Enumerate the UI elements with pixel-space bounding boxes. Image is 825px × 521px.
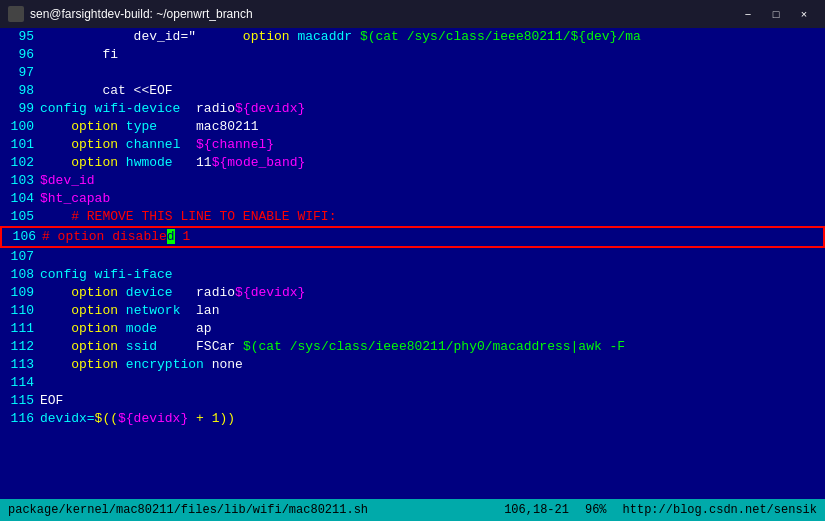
line-num-111: 111 (0, 320, 40, 338)
line-code-114 (40, 374, 825, 392)
minimize-button[interactable]: − (735, 4, 761, 24)
line-code-101: option channel ${channel} (40, 136, 825, 154)
line-code-110: option network lan (40, 302, 825, 320)
line-num-100: 100 (0, 118, 40, 136)
line-code-109: option device radio${devidx} (40, 284, 825, 302)
line-99: 99 config wifi-device radio${devidx} (0, 100, 825, 118)
line-code-102: option hwmode 11${mode_band} (40, 154, 825, 172)
code-content: 95 dev_id=" option macaddr $(cat /sys/cl… (0, 28, 825, 499)
line-num-102: 102 (0, 154, 40, 172)
line-code-116: devidx=$((${devidx} + 1)) (40, 410, 825, 428)
line-113: 113 option encryption none (0, 356, 825, 374)
line-code-112: option ssid FSCar $(cat /sys/class/ieee8… (40, 338, 825, 356)
line-104: 104 $ht_capab (0, 190, 825, 208)
line-code-113: option encryption none (40, 356, 825, 374)
line-num-97: 97 (0, 64, 40, 82)
line-code-95: dev_id=" option macaddr $(cat /sys/class… (40, 28, 825, 46)
line-num-113: 113 (0, 356, 40, 374)
line-num-99: 99 (0, 100, 40, 118)
titlebar: sen@farsightdev-build: ~/openwrt_branch … (0, 0, 825, 28)
line-num-95: 95 (0, 28, 40, 46)
line-code-96: fi (40, 46, 825, 64)
line-code-98: cat <<EOF (40, 82, 825, 100)
line-num-106: 106 (2, 228, 42, 246)
cursor: d (167, 229, 175, 244)
line-111: 111 option mode ap (0, 320, 825, 338)
line-107: 107 (0, 248, 825, 266)
line-101: 101 option channel ${channel} (0, 136, 825, 154)
line-112: 112 option ssid FSCar $(cat /sys/class/i… (0, 338, 825, 356)
line-num-112: 112 (0, 338, 40, 356)
window-title: sen@farsightdev-build: ~/openwrt_branch (30, 7, 735, 21)
line-code-106: # option disabled 1 (42, 228, 823, 246)
line-code-108: config wifi-iface (40, 266, 825, 284)
line-106: 106 # option disabled 1 (0, 226, 825, 248)
line-num-96: 96 (0, 46, 40, 64)
line-code-107 (40, 248, 825, 266)
terminal-icon (8, 6, 24, 22)
line-num-110: 110 (0, 302, 40, 320)
line-109: 109 option device radio${devidx} (0, 284, 825, 302)
line-code-103: $dev_id (40, 172, 825, 190)
line-code-99: config wifi-device radio${devidx} (40, 100, 825, 118)
line-115: 115 EOF (0, 392, 825, 410)
maximize-button[interactable]: □ (763, 4, 789, 24)
line-108: 108 config wifi-iface (0, 266, 825, 284)
line-num-107: 107 (0, 248, 40, 266)
line-code-97 (40, 64, 825, 82)
line-95: 95 dev_id=" option macaddr $(cat /sys/cl… (0, 28, 825, 46)
line-code-115: EOF (40, 392, 825, 410)
line-num-105: 105 (0, 208, 40, 226)
line-num-103: 103 (0, 172, 40, 190)
line-num-116: 116 (0, 410, 40, 428)
line-103: 103 $dev_id (0, 172, 825, 190)
line-code-105: # REMOVE THIS LINE TO ENABLE WIFI: (40, 208, 825, 226)
window-controls[interactable]: − □ × (735, 4, 817, 24)
line-num-114: 114 (0, 374, 40, 392)
status-filepath: package/kernel/mac80211/files/lib/wifi/m… (8, 503, 504, 517)
status-position: 106,18-21 (504, 503, 569, 517)
line-110: 110 option network lan (0, 302, 825, 320)
status-percent: 96% (585, 503, 607, 517)
editor-area: 95 dev_id=" option macaddr $(cat /sys/cl… (0, 28, 825, 521)
line-num-101: 101 (0, 136, 40, 154)
line-105: 105 # REMOVE THIS LINE TO ENABLE WIFI: (0, 208, 825, 226)
line-num-115: 115 (0, 392, 40, 410)
line-num-98: 98 (0, 82, 40, 100)
line-100: 100 option type mac80211 (0, 118, 825, 136)
line-102: 102 option hwmode 11${mode_band} (0, 154, 825, 172)
line-96: 96 fi (0, 46, 825, 64)
line-num-104: 104 (0, 190, 40, 208)
status-right: 106,18-21 96% http://blog.csdn.net/sensi… (504, 503, 817, 517)
line-code-100: option type mac80211 (40, 118, 825, 136)
line-98: 98 cat <<EOF (0, 82, 825, 100)
line-114: 114 (0, 374, 825, 392)
line-97: 97 (0, 64, 825, 82)
line-num-108: 108 (0, 266, 40, 284)
line-code-104: $ht_capab (40, 190, 825, 208)
line-116: 116 devidx=$((${devidx} + 1)) (0, 410, 825, 428)
close-button[interactable]: × (791, 4, 817, 24)
status-url: http://blog.csdn.net/sensik (623, 503, 817, 517)
line-code-111: option mode ap (40, 320, 825, 338)
status-bar: package/kernel/mac80211/files/lib/wifi/m… (0, 499, 825, 521)
terminal-window: sen@farsightdev-build: ~/openwrt_branch … (0, 0, 825, 521)
line-num-109: 109 (0, 284, 40, 302)
